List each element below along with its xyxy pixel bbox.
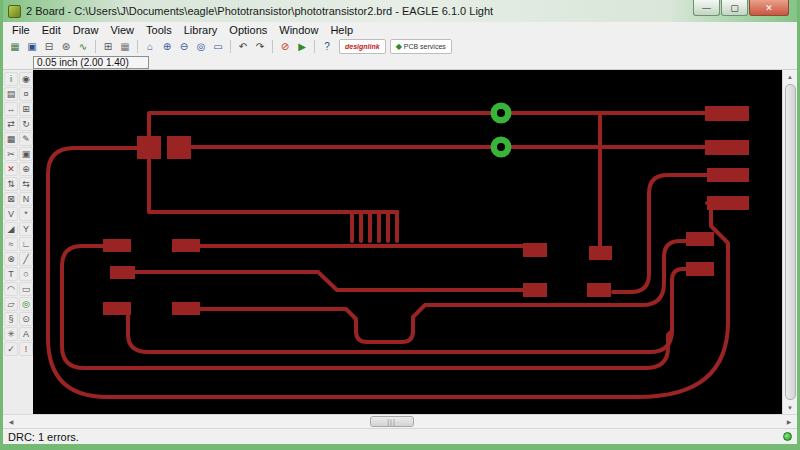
ripup-tool-icon[interactable]: ⊗ — [4, 252, 18, 266]
circle-tool-icon[interactable]: ○ — [19, 267, 33, 281]
polygon-tool-icon[interactable]: ▱ — [4, 297, 18, 311]
vias[interactable] — [494, 106, 508, 154]
horizontal-scrollbar[interactable]: ◀ ||| ▶ — [3, 414, 797, 428]
move-tool-icon[interactable]: ↔ — [4, 102, 18, 116]
value-tool-icon[interactable]: V — [4, 207, 18, 221]
print-icon[interactable]: ⊟ — [41, 39, 57, 55]
undo-icon[interactable]: ↶ — [235, 39, 251, 55]
designlink-button[interactable]: designlink — [339, 39, 386, 54]
smash-tool-icon[interactable]: * — [19, 207, 33, 221]
change-tool-icon[interactable]: ✎ — [19, 132, 33, 146]
hole-tool-icon[interactable]: ⊙ — [19, 312, 33, 326]
menu-help[interactable]: Help — [324, 24, 359, 36]
menu-options[interactable]: Options — [223, 24, 273, 36]
text-tool-icon[interactable]: T — [4, 267, 18, 281]
lock-tool-icon[interactable]: ⊠ — [4, 192, 18, 206]
maximize-button[interactable]: ▢ — [721, 0, 748, 16]
pinswap-tool-icon[interactable]: ⇅ — [4, 177, 18, 191]
menu-library[interactable]: Library — [178, 24, 224, 36]
split-tool-icon[interactable]: Y — [19, 222, 33, 236]
window-title: 2 Board - C:\Users\J\Documents\eagle\Pho… — [26, 5, 688, 17]
zoom-fit-icon[interactable]: ⌂ — [142, 39, 158, 55]
horizontal-scroll-thumb[interactable]: ||| — [370, 416, 414, 427]
mirror-tool-icon[interactable]: ⇄ — [4, 117, 18, 131]
errors-tool-icon[interactable]: ! — [19, 342, 33, 356]
smd-pad — [167, 136, 191, 159]
cam-processor-icon[interactable]: ⊛ — [58, 39, 74, 55]
auto-tool-icon[interactable]: A — [19, 327, 33, 341]
control-panel-icon[interactable]: ▦ — [7, 39, 23, 55]
help-icon[interactable]: ? — [319, 39, 335, 55]
vertical-scroll-thumb[interactable] — [785, 84, 796, 400]
close-button[interactable]: ✕ — [749, 0, 789, 16]
toolbar-separator — [314, 40, 315, 53]
toolbar-separator — [137, 40, 138, 53]
signal-tool-icon[interactable]: § — [4, 312, 18, 326]
route-tool-icon[interactable]: ∟ — [19, 237, 33, 251]
menu-tools[interactable]: Tools — [140, 24, 178, 36]
group-tool-icon[interactable]: ▦ — [4, 132, 18, 146]
zoom-redraw-icon[interactable]: ◎ — [193, 39, 209, 55]
smd-pad — [707, 196, 749, 210]
replace-tool-icon[interactable]: ⇆ — [19, 177, 33, 191]
redo-icon[interactable]: ↷ — [252, 39, 268, 55]
menu-window[interactable]: Window — [273, 24, 324, 36]
rect-tool-icon[interactable]: ▭ — [19, 282, 33, 296]
smd-pad — [523, 243, 547, 257]
info-tool-icon[interactable]: i — [4, 72, 18, 86]
action-toolbar: ▦▣⊟⊛∿⊞▦⌂⊕⊖◎▭↶↷⊘▶? designlink ◆ PCB servi… — [3, 37, 797, 56]
rotate-tool-icon[interactable]: ↻ — [19, 117, 33, 131]
ratsnest-tool-icon[interactable]: ✳ — [4, 327, 18, 341]
horizontal-scroll-track[interactable]: ||| — [19, 415, 781, 428]
pcb-layout[interactable] — [33, 70, 782, 414]
menu-edit[interactable]: Edit — [36, 24, 67, 36]
designlink-logo: designlink — [345, 43, 380, 50]
display-tool-icon[interactable]: ▤ — [4, 87, 18, 101]
paste-tool-icon[interactable]: ▣ — [19, 147, 33, 161]
go-icon[interactable]: ▶ — [294, 39, 310, 55]
app-icon[interactable] — [8, 5, 21, 18]
eagle-window: 2 Board - C:\Users\J\Documents\eagle\Pho… — [0, 0, 800, 450]
zoom-out-icon[interactable]: ⊖ — [176, 39, 192, 55]
smd-pad — [110, 266, 135, 279]
menu-view[interactable]: View — [104, 24, 140, 36]
menu-draw[interactable]: Draw — [67, 24, 105, 36]
zoom-in-icon[interactable]: ⊕ — [159, 39, 175, 55]
name-tool-icon[interactable]: N — [19, 192, 33, 206]
load-design-icon[interactable]: ⊞ — [100, 39, 116, 55]
pcb-service-icon: ◆ — [396, 42, 402, 51]
cut-tool-icon[interactable]: ✂ — [4, 147, 18, 161]
online-status-indicator[interactable] — [783, 432, 792, 441]
via-hole — [497, 143, 505, 151]
miter-tool-icon[interactable]: ◢ — [4, 222, 18, 236]
smd-pad — [523, 283, 547, 297]
main-area: i◉▤¤↔⊞⇄↻▦✎✂▣✕⊕⇅⇆⊠NV*◢Y≈∟⊗╱T○◠▭▱◎§⊙✳A✓! — [3, 70, 797, 414]
mark-tool-icon[interactable]: ¤ — [19, 87, 33, 101]
title-bar: 2 Board - C:\Users\J\Documents\eagle\Pho… — [3, 0, 797, 22]
board-canvas[interactable] — [33, 70, 782, 414]
switch-to-schematic-icon[interactable]: ∿ — [75, 39, 91, 55]
smd-pad — [705, 106, 749, 121]
scroll-left-icon[interactable]: ◀ — [3, 418, 19, 425]
save-icon[interactable]: ▣ — [24, 39, 40, 55]
via-tool-icon[interactable]: ◎ — [19, 297, 33, 311]
scroll-right-icon[interactable]: ▶ — [781, 418, 797, 425]
grid-icon[interactable]: ▦ — [117, 39, 133, 55]
scroll-down-icon[interactable]: ▼ — [783, 401, 797, 414]
stop-icon[interactable]: ⊘ — [277, 39, 293, 55]
optimize-tool-icon[interactable]: ≈ — [4, 237, 18, 251]
add-tool-icon[interactable]: ⊕ — [19, 162, 33, 176]
zoom-select-icon[interactable]: ▭ — [210, 39, 226, 55]
drc-tool-icon[interactable]: ✓ — [4, 342, 18, 356]
pcb-service-button[interactable]: ◆ PCB services — [390, 39, 452, 54]
vertical-scrollbar[interactable]: ▲ ▼ — [782, 70, 797, 414]
copy-tool-icon[interactable]: ⊞ — [19, 102, 33, 116]
delete-tool-icon[interactable]: ✕ — [4, 162, 18, 176]
scroll-up-icon[interactable]: ▲ — [783, 70, 797, 83]
menu-file[interactable]: File — [6, 24, 36, 36]
wire-tool-icon[interactable]: ╱ — [19, 252, 33, 266]
show-tool-icon[interactable]: ◉ — [19, 72, 33, 86]
arc-tool-icon[interactable]: ◠ — [4, 282, 18, 296]
minimize-button[interactable]: — — [693, 0, 720, 16]
command-palette: i◉▤¤↔⊞⇄↻▦✎✂▣✕⊕⇅⇆⊠NV*◢Y≈∟⊗╱T○◠▭▱◎§⊙✳A✓! — [3, 70, 33, 414]
